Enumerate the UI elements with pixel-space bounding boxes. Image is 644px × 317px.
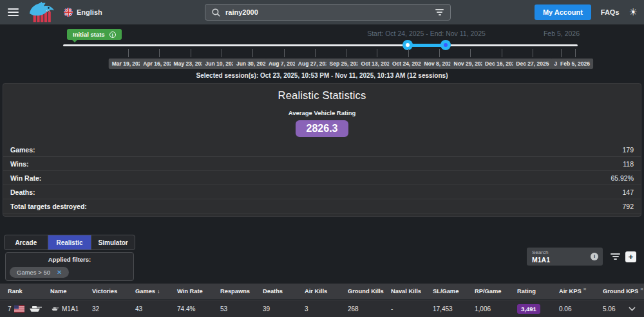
avg-rating-badge: 2826.3	[296, 120, 349, 137]
sort-desc-icon: ↓	[157, 288, 160, 294]
remove-column-icon[interactable]: ×	[583, 286, 587, 292]
stat-row: Wins:118	[3, 157, 641, 171]
navbar-actions: My Account FAQs ☀	[535, 0, 638, 24]
timeline-date-label[interactable]: Feb 5, 2026	[557, 59, 593, 69]
selected-sessions-text: Selected session(s): Oct 23, 2025, 10:53…	[196, 72, 448, 79]
timeline-tick	[533, 49, 533, 57]
vehicle-search-box[interactable]: Search M1A1 i	[527, 248, 603, 266]
stat-value: 147	[622, 188, 634, 196]
column-label: Win Rate	[177, 288, 203, 294]
column-label: Games	[135, 288, 155, 294]
expand-row-cell[interactable]	[629, 307, 644, 311]
table-header: RankNameVictoriesGames↓Win RateRespawnsD…	[0, 284, 644, 299]
menu-icon[interactable]	[8, 8, 19, 16]
player-search-box[interactable]	[205, 4, 451, 21]
rp-game-cell: 1,006	[475, 305, 517, 312]
column-header-respawns[interactable]: Respawns	[220, 288, 263, 294]
vehicle-name-cell[interactable]: M1A1	[50, 305, 92, 312]
timeline-tick	[470, 49, 471, 57]
column-label: Deaths	[263, 288, 283, 294]
tab-arcade[interactable]: Arcade	[5, 235, 48, 249]
filter-chip-label: Games > 50	[17, 269, 50, 276]
timeline-tick	[408, 49, 409, 57]
column-header-air-kps[interactable]: Air KPS×	[559, 288, 603, 294]
selected-range-label: Start: Oct 24, 2025 - End: Nov 11, 2025	[367, 30, 486, 37]
timeline-end-label: Feb 5, 2026	[544, 30, 580, 37]
column-label: Respawns	[220, 288, 250, 294]
chevron-down-icon	[629, 307, 636, 311]
column-header-victories[interactable]: Victories	[92, 288, 135, 294]
add-column-button[interactable]: +	[625, 251, 636, 262]
column-header-win-rate[interactable]: Win Rate	[177, 288, 220, 294]
timeline-tick	[128, 49, 129, 57]
filter-chips: Games > 50✕	[10, 266, 133, 278]
stat-value: 792	[622, 203, 634, 210]
column-header-rating[interactable]: Rating	[517, 288, 559, 294]
column-header-rank[interactable]: Rank	[8, 288, 50, 294]
top-navbar: English My Account FAQs ☀	[0, 0, 644, 24]
tab-simulator[interactable]: Simulator	[91, 235, 135, 249]
stats-rows: Games:179Wins:118Win Rate:65.92%Deaths:1…	[3, 143, 641, 213]
column-label: Air KPS	[559, 288, 582, 294]
tab-realistic[interactable]: Realistic	[48, 235, 92, 249]
applied-filters-title: Applied filters:	[6, 256, 133, 263]
filter-chip: Games > 50✕	[10, 267, 69, 278]
stat-label: Games:	[10, 146, 35, 154]
column-label: Rating	[517, 288, 536, 294]
timeline-tick	[284, 49, 285, 57]
column-header-ground-kps[interactable]: Ground KPS×	[603, 288, 629, 294]
remove-filter-icon[interactable]: ✕	[57, 269, 62, 276]
applied-filters-box: Applied filters: Games > 50✕	[5, 252, 134, 281]
column-header-naval-kills[interactable]: Naval Kills	[391, 288, 433, 294]
initial-stats-badge[interactable]: Initial stats i	[67, 29, 122, 40]
slider-track[interactable]	[63, 44, 578, 46]
language-selector[interactable]: English	[64, 8, 102, 17]
rank-cell: 7	[8, 305, 50, 312]
timeline-date-label[interactable]: Dec 27, 2025	[513, 59, 552, 69]
column-header-sl-game[interactable]: SL/Game	[433, 288, 475, 294]
uk-flag-icon	[64, 8, 73, 17]
stat-row: Total targets destroyed:792	[3, 199, 641, 213]
respawns-cell: 53	[220, 305, 263, 312]
timeline-tick	[561, 49, 562, 57]
initial-stats-label: Initial stats	[73, 31, 105, 38]
stat-label: Deaths:	[10, 188, 35, 196]
avg-rating-label: Average Vehicle Rating	[3, 109, 641, 116]
shark-chart-logo[interactable]	[28, 1, 55, 23]
tank-icon	[50, 307, 59, 311]
info-icon[interactable]: i	[591, 253, 598, 260]
stat-value: 65.92%	[611, 174, 634, 182]
victories-cell: 32	[92, 305, 135, 312]
timeline-tick	[222, 49, 222, 57]
selected-sessions-bar: Selected session(s): Oct 23, 2025, 10:53…	[0, 69, 644, 82]
air-kills-cell: 3	[305, 305, 348, 312]
table-filter-icon[interactable]	[611, 253, 620, 260]
usa-flag-icon	[14, 305, 24, 312]
timeline-tick	[439, 49, 440, 57]
ground-kills-cell: 268	[348, 305, 391, 312]
column-header-deaths[interactable]: Deaths	[263, 288, 305, 294]
column-header-rp-game[interactable]: RP/Game	[475, 288, 517, 294]
rank-value: 7	[8, 305, 12, 312]
table-row[interactable]: 7M1A1324374.4%53393268-17,4531,0063,4910…	[0, 300, 644, 317]
theme-toggle-icon[interactable]: ☀	[629, 6, 638, 18]
stat-label: Total targets destroyed:	[10, 203, 87, 210]
column-label: Ground Kills	[348, 288, 384, 294]
column-header-games[interactable]: Games↓	[135, 288, 177, 294]
player-search-input[interactable]	[225, 8, 435, 16]
my-account-button[interactable]: My Account	[535, 5, 591, 20]
column-header-name[interactable]: Name	[50, 288, 92, 294]
column-header-air-kills[interactable]: Air Kills	[305, 288, 348, 294]
faqs-link[interactable]: FAQs	[601, 8, 620, 16]
search-filter-icon[interactable]	[435, 9, 444, 15]
sl-game-cell: 17,453	[433, 305, 475, 312]
stat-label: Win Rate:	[10, 174, 41, 182]
naval-kills-cell: -	[391, 305, 433, 312]
timeline-tick	[346, 49, 346, 57]
language-label: English	[77, 8, 102, 16]
remove-column-icon[interactable]: ×	[640, 286, 643, 292]
column-header-ground-kills[interactable]: Ground Kills	[348, 288, 391, 294]
stat-row: Games:179	[3, 143, 641, 157]
statistics-card: Realistic Statistics Average Vehicle Rat…	[3, 83, 641, 217]
info-icon: i	[109, 32, 116, 38]
